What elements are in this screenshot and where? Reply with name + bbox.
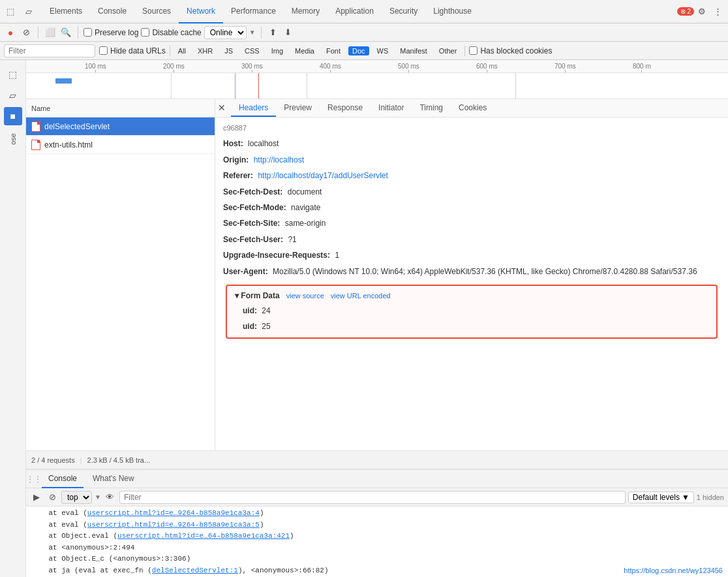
- tab-network[interactable]: Network: [179, 0, 223, 23]
- sidebar-active-icon[interactable]: ■: [4, 107, 22, 125]
- waterfall-line-3: [258, 73, 259, 99]
- hidden-count: 1 hidden: [697, 493, 724, 501]
- device-toggle-icon[interactable]: ▱: [21, 4, 37, 20]
- form-val-uid-1: 24: [262, 306, 270, 315]
- console-link-2[interactable]: userscript.html?id=e…9264-b858a9e1ca3a:5: [87, 521, 260, 529]
- close-panel-button[interactable]: ✕: [215, 99, 228, 117]
- toolbar-separator-3: [261, 27, 262, 39]
- tab-memory[interactable]: Memory: [284, 0, 327, 23]
- filter-manifest[interactable]: Manifest: [396, 46, 431, 55]
- blocked-cookies-label[interactable]: Has blocked cookies: [469, 46, 552, 55]
- header-val-origin: http://localhost: [254, 155, 304, 164]
- console-eye-icon[interactable]: 👁: [104, 491, 117, 504]
- tab-response[interactable]: Response: [320, 100, 371, 117]
- search-icon[interactable]: 🔍: [59, 26, 72, 39]
- inspect-element-icon[interactable]: ⬚: [3, 4, 18, 20]
- export-har-button[interactable]: ⬇: [282, 26, 294, 39]
- mark-500ms: 500 ms: [398, 63, 419, 72]
- filter-font[interactable]: Font: [322, 46, 344, 55]
- record-button[interactable]: ●: [4, 26, 17, 39]
- view-url-encoded-link[interactable]: view URL encoded: [331, 292, 391, 300]
- console-run-icon[interactable]: ▶: [30, 491, 43, 504]
- tab-preview[interactable]: Preview: [276, 100, 320, 117]
- request-count: 2 / 4 requests: [31, 456, 75, 464]
- blocked-cookies-checkbox[interactable]: [469, 46, 478, 55]
- header-key-sec-fetch-site: Sec-Fetch-Site:: [223, 219, 280, 228]
- file-item-extn-utils[interactable]: extn-utils.html: [26, 136, 215, 154]
- page-label: ose: [9, 133, 17, 145]
- console-tab-whats-new[interactable]: What's New: [86, 470, 141, 488]
- file-icon-1: [31, 121, 40, 132]
- import-har-button[interactable]: ⬆: [267, 26, 279, 39]
- hide-data-urls-label[interactable]: Hide data URLs: [99, 46, 166, 55]
- header-val-user-agent: Mozilla/5.0 (Windows NT 10.0; Win64; x64…: [273, 267, 697, 276]
- filter-js[interactable]: JS: [220, 46, 237, 55]
- waterfall-line-4: [307, 73, 307, 99]
- console-line-6: at ja (eval at exec_fn (delSelectedServl…: [31, 565, 723, 577]
- mark-700ms: 700 ms: [554, 63, 576, 72]
- filter-icon[interactable]: ⬜: [44, 26, 57, 39]
- console-stop-icon[interactable]: ⊘: [46, 491, 59, 504]
- settings-icon[interactable]: ⚙: [694, 4, 710, 20]
- filter-doc[interactable]: Doc: [348, 46, 369, 55]
- stop-button[interactable]: ⊘: [20, 26, 33, 39]
- hide-data-urls-checkbox[interactable]: [99, 46, 108, 55]
- filter-media[interactable]: Media: [291, 46, 318, 55]
- throttle-select[interactable]: Online: [204, 26, 247, 39]
- header-row-host: Host: localhost: [215, 136, 728, 151]
- header-row-sec-fetch-site: Sec-Fetch-Site: same-origin: [215, 215, 728, 231]
- console-line-1: at eval (userscript.html?id=e…9264-b858a…: [31, 508, 723, 520]
- waterfall-line-2: [235, 73, 235, 99]
- tab-application[interactable]: Application: [327, 0, 382, 23]
- context-select[interactable]: top: [61, 491, 92, 504]
- mark-400ms: 400 ms: [320, 63, 341, 72]
- more-options-icon[interactable]: ⋮: [710, 4, 725, 20]
- filter-xhr[interactable]: XHR: [194, 46, 217, 55]
- header-key-upgrade-insecure: Upgrade-Insecure-Requests:: [223, 251, 330, 260]
- tab-cookies[interactable]: Cookies: [451, 100, 494, 117]
- view-source-link[interactable]: view source: [286, 292, 324, 300]
- filter-ws[interactable]: WS: [373, 46, 393, 55]
- tab-sources[interactable]: Sources: [134, 0, 179, 23]
- header-row-referer: Referer: http://localhost/day17/addUserS…: [215, 168, 728, 183]
- mark-800ms: 800 m: [633, 63, 651, 72]
- tab-headers[interactable]: Headers: [231, 100, 276, 117]
- tab-initiator[interactable]: Initiator: [371, 100, 412, 117]
- file-item-del-selected-servlet[interactable]: delSelectedServlet: [26, 117, 215, 136]
- console-tabs: ⋮⋮ Console What's New: [26, 470, 728, 488]
- console-toolbar: ▶ ⊘ top ▼ 👁 Default levels ▼ 1 hidden: [26, 488, 728, 507]
- console-line-3: at Object.eval (userscript.html?id=e…64-…: [31, 531, 723, 542]
- header-row-upgrade-insecure: Upgrade-Insecure-Requests: 1: [215, 247, 728, 263]
- console-tab-console[interactable]: Console: [42, 470, 83, 488]
- filter-input[interactable]: [4, 44, 95, 57]
- filter-img[interactable]: Img: [267, 46, 287, 55]
- console-link-1[interactable]: userscript.html?id=e…9264-b858a9e1ca3a:4: [87, 509, 260, 517]
- console-link-4[interactable]: delSelectedServlet:1: [152, 567, 238, 574]
- filter-other[interactable]: Other: [435, 46, 461, 55]
- mark-200ms: 200 ms: [163, 63, 185, 72]
- tab-lighthouse[interactable]: Lighthouse: [425, 0, 479, 23]
- file-list: Name delSelectedServlet extn-utils.html: [26, 99, 215, 450]
- tab-timing[interactable]: Timing: [412, 100, 451, 117]
- tab-performance[interactable]: Performance: [223, 0, 284, 23]
- console-filter-input[interactable]: [119, 491, 626, 504]
- sidebar-cursor-icon[interactable]: ⬚: [4, 65, 22, 84]
- disable-cache-checkbox[interactable]: [141, 28, 149, 37]
- header-val-upgrade-insecure: 1: [335, 251, 339, 260]
- disable-cache-label[interactable]: Disable cache: [141, 28, 201, 37]
- filter-all[interactable]: All: [174, 46, 190, 55]
- filter-css[interactable]: CSS: [241, 46, 264, 55]
- console-link-3[interactable]: userscript.html?id=e…64-b858a9e1ca3a:421: [117, 532, 290, 540]
- header-key-sec-fetch-dest: Sec-Fetch-Dest:: [223, 187, 282, 196]
- tab-security[interactable]: Security: [382, 0, 425, 23]
- preserve-log-label[interactable]: Preserve log: [83, 28, 138, 37]
- tab-console[interactable]: Console: [90, 0, 134, 23]
- preserve-log-checkbox[interactable]: [83, 28, 92, 37]
- default-levels-button[interactable]: Default levels ▼: [628, 491, 694, 503]
- console-drag-handle[interactable]: ⋮⋮: [29, 475, 39, 484]
- status-bar: 2 / 4 requests | 2.3 kB / 4.5 kB tra...: [26, 450, 728, 469]
- tab-elements[interactable]: Elements: [42, 0, 90, 23]
- waterfall-line-1: [171, 73, 172, 99]
- header-val-host: localhost: [248, 139, 279, 148]
- sidebar-device-icon[interactable]: ▱: [4, 86, 22, 104]
